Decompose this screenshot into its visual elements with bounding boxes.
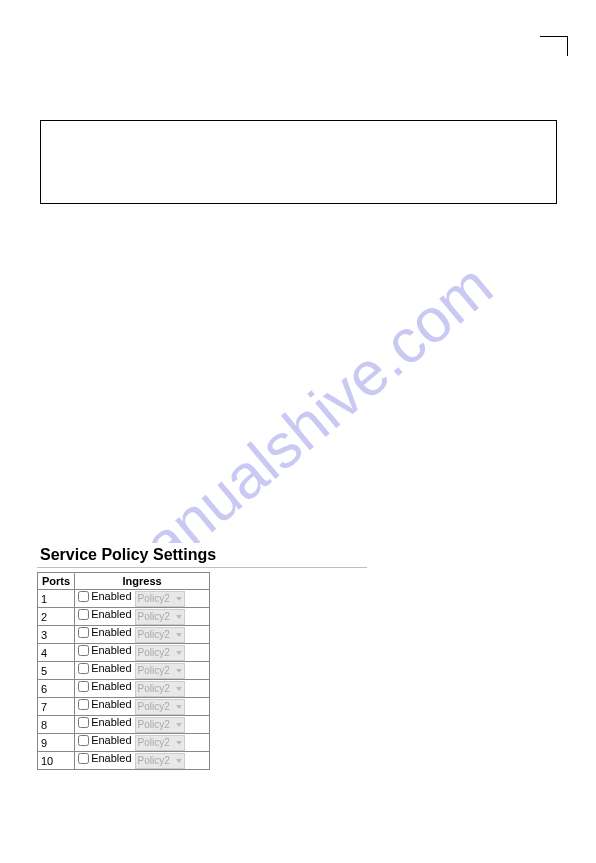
port-number: 3 <box>38 626 75 644</box>
ports-table: Ports Ingress 1EnabledPolicy22EnabledPol… <box>37 572 210 770</box>
table-header-row: Ports Ingress <box>38 573 210 590</box>
table-row: 2EnabledPolicy2 <box>38 608 210 626</box>
table-row: 3EnabledPolicy2 <box>38 626 210 644</box>
port-number: 8 <box>38 716 75 734</box>
ingress-cell: EnabledPolicy2 <box>75 752 210 770</box>
enabled-label: Enabled <box>75 608 133 620</box>
divider <box>37 567 367 568</box>
enabled-checkbox[interactable] <box>78 717 89 728</box>
header-ingress: Ingress <box>75 573 210 590</box>
enabled-text: Enabled <box>91 662 131 674</box>
policy-dropdown[interactable]: Policy2 <box>135 699 185 715</box>
table-row: 4EnabledPolicy2 <box>38 644 210 662</box>
enabled-text: Enabled <box>91 716 131 728</box>
header-ports: Ports <box>38 573 75 590</box>
page-corner-mark <box>540 36 568 56</box>
ingress-cell: EnabledPolicy2 <box>75 680 210 698</box>
enabled-checkbox[interactable] <box>78 591 89 602</box>
enabled-label: Enabled <box>75 716 133 728</box>
ingress-cell: EnabledPolicy2 <box>75 590 210 608</box>
enabled-text: Enabled <box>91 608 131 620</box>
port-number: 7 <box>38 698 75 716</box>
port-number: 1 <box>38 590 75 608</box>
policy-dropdown[interactable]: Policy2 <box>135 609 185 625</box>
port-number: 9 <box>38 734 75 752</box>
enabled-label: Enabled <box>75 590 133 602</box>
table-row: 10EnabledPolicy2 <box>38 752 210 770</box>
enabled-label: Enabled <box>75 698 133 710</box>
enabled-checkbox[interactable] <box>78 699 89 710</box>
table-row: 7EnabledPolicy2 <box>38 698 210 716</box>
table-row: 8EnabledPolicy2 <box>38 716 210 734</box>
ingress-cell: EnabledPolicy2 <box>75 716 210 734</box>
policy-dropdown[interactable]: Policy2 <box>135 753 185 769</box>
ingress-cell: EnabledPolicy2 <box>75 626 210 644</box>
table-row: 1EnabledPolicy2 <box>38 590 210 608</box>
enabled-label: Enabled <box>75 644 133 656</box>
enabled-text: Enabled <box>91 626 131 638</box>
ingress-cell: EnabledPolicy2 <box>75 662 210 680</box>
table-row: 6EnabledPolicy2 <box>38 680 210 698</box>
port-number: 5 <box>38 662 75 680</box>
port-number: 2 <box>38 608 75 626</box>
table-row: 5EnabledPolicy2 <box>38 662 210 680</box>
enabled-checkbox[interactable] <box>78 627 89 638</box>
ingress-cell: EnabledPolicy2 <box>75 734 210 752</box>
policy-dropdown[interactable]: Policy2 <box>135 627 185 643</box>
ingress-cell: EnabledPolicy2 <box>75 644 210 662</box>
enabled-checkbox[interactable] <box>78 645 89 656</box>
enabled-checkbox[interactable] <box>78 681 89 692</box>
enabled-checkbox[interactable] <box>78 609 89 620</box>
enabled-checkbox[interactable] <box>78 753 89 764</box>
panel-title: Service Policy Settings <box>37 543 367 567</box>
enabled-label: Enabled <box>75 662 133 674</box>
policy-dropdown[interactable]: Policy2 <box>135 735 185 751</box>
table-row: 9EnabledPolicy2 <box>38 734 210 752</box>
enabled-text: Enabled <box>91 752 131 764</box>
enabled-text: Enabled <box>91 644 131 656</box>
enabled-text: Enabled <box>91 734 131 746</box>
ingress-cell: EnabledPolicy2 <box>75 698 210 716</box>
ingress-cell: EnabledPolicy2 <box>75 608 210 626</box>
enabled-text: Enabled <box>91 590 131 602</box>
empty-box <box>40 120 557 204</box>
enabled-label: Enabled <box>75 626 133 638</box>
policy-dropdown[interactable]: Policy2 <box>135 591 185 607</box>
port-number: 4 <box>38 644 75 662</box>
enabled-checkbox[interactable] <box>78 735 89 746</box>
enabled-label: Enabled <box>75 752 133 764</box>
policy-dropdown[interactable]: Policy2 <box>135 717 185 733</box>
service-policy-panel: Service Policy Settings Ports Ingress 1E… <box>37 543 367 770</box>
policy-dropdown[interactable]: Policy2 <box>135 663 185 679</box>
enabled-label: Enabled <box>75 734 133 746</box>
policy-dropdown[interactable]: Policy2 <box>135 645 185 661</box>
enabled-label: Enabled <box>75 680 133 692</box>
policy-dropdown[interactable]: Policy2 <box>135 681 185 697</box>
port-number: 6 <box>38 680 75 698</box>
enabled-checkbox[interactable] <box>78 663 89 674</box>
enabled-text: Enabled <box>91 680 131 692</box>
port-number: 10 <box>38 752 75 770</box>
enabled-text: Enabled <box>91 698 131 710</box>
